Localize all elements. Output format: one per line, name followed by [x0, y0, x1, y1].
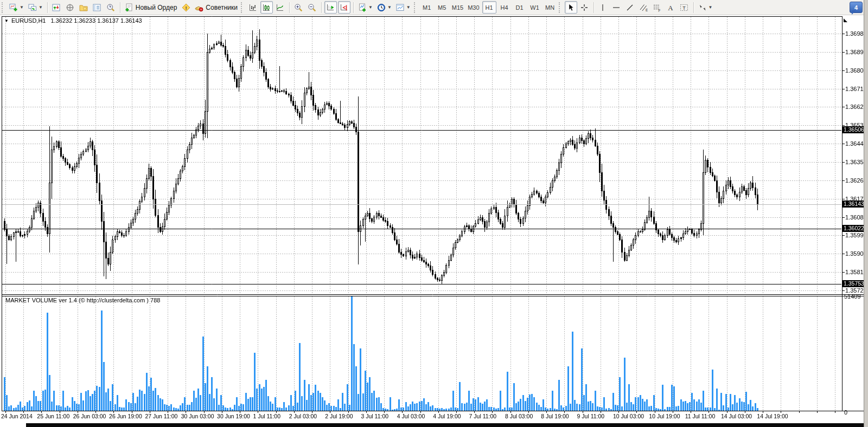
time-tick-label: 4 Jul 19:00 — [433, 413, 461, 419]
tester-icon — [106, 3, 115, 12]
toolbar-button-text-label[interactable]: T — [678, 1, 691, 14]
toolbar-button-text[interactable]: A — [665, 1, 677, 14]
toolbar-button-tf-m1[interactable]: M1 — [420, 1, 434, 14]
toolbar-button-metaeditor-alert[interactable]: ! — [180, 1, 192, 14]
toolbar-button-zoom-out[interactable] — [306, 1, 318, 14]
chart-menu-arrow-icon: ▼ — [4, 18, 9, 23]
dropdown-arrow-icon[interactable]: ▼ — [20, 5, 24, 10]
dropdown-arrow-icon[interactable]: ▼ — [39, 5, 43, 10]
new-order-icon — [125, 3, 133, 12]
toolbar-button-tf-mn[interactable]: MN — [543, 1, 557, 14]
toolbar-button-data-window[interactable] — [64, 1, 76, 14]
chart-plus-icon — [9, 3, 18, 12]
time-tick-label: 30 Jun 03:00 — [181, 413, 214, 419]
toolbar-button-candlestick-chart[interactable] — [260, 1, 273, 14]
toolbar-button-line-chart[interactable] — [274, 1, 286, 14]
dropdown-arrow-icon[interactable]: ▼ — [406, 5, 411, 10]
clock-icon — [377, 3, 386, 12]
toolbar-button-auto-scroll[interactable] — [324, 1, 337, 14]
toolbar-button-terminal[interactable] — [91, 1, 104, 14]
chart-canvas[interactable] — [0, 15, 868, 427]
time-tick-label: 30 Jun 19:00 — [217, 413, 250, 419]
chart-ohlc-values: 1.36232 1.36233 1.36137 1.36143 — [51, 17, 142, 24]
toolbar-button-market-watch[interactable] — [50, 1, 63, 14]
toolbar-button-navigator[interactable] — [78, 1, 90, 14]
toolbar-button-tf-m15[interactable]: M15 — [450, 1, 465, 14]
window-bottom-edge — [26, 423, 868, 427]
toolbar-button-bar-chart[interactable] — [247, 1, 259, 14]
time-tick-label: 8 Jul 03:00 — [505, 413, 533, 419]
dropdown-arrow-icon[interactable]: ▼ — [368, 5, 373, 10]
toolbar-button-vertical-line[interactable] — [597, 1, 609, 14]
toolbar-button-templates[interactable]: ▼ — [394, 1, 412, 14]
toolbar-button-cursor[interactable] — [565, 1, 577, 14]
textlabel-icon: T — [680, 3, 688, 12]
toolbar-button-equidistant-channel[interactable]: E — [637, 1, 650, 14]
toolbar-button-strategy-tester[interactable] — [105, 1, 117, 14]
text-icon: A — [666, 3, 675, 12]
toolbar-button-tf-h1[interactable]: H1 — [482, 1, 496, 14]
toolbar-button-indicators-list[interactable]: ▼ — [356, 1, 374, 14]
toolbar-button-expert-advisors[interactable]: Советники — [193, 1, 239, 14]
toolbar-button-label: M15 — [452, 4, 463, 11]
svg-text:E: E — [646, 8, 648, 11]
toolbar-grip — [414, 2, 417, 13]
time-tick-label: 14 Jul 03:00 — [721, 413, 752, 419]
zoom-out-icon — [308, 3, 316, 12]
time-tick-label: 27 Jun 11:00 — [145, 413, 177, 419]
toolbar-button-zoom-in[interactable] — [292, 1, 305, 14]
time-tick-label: 2 Jul 19:00 — [325, 413, 353, 419]
toolbar-button-label: W1 — [530, 4, 539, 11]
toolbar-button-profiles[interactable]: ▼ — [27, 1, 44, 14]
volume-scale-min: 0 — [844, 409, 847, 416]
toolbar-button-tf-h4[interactable]: H4 — [497, 1, 512, 14]
dropdown-arrow-icon[interactable]: ▼ — [387, 5, 392, 10]
toolbar-button-label: M30 — [468, 4, 479, 11]
toolbar-button-tf-d1[interactable]: D1 — [513, 1, 527, 14]
svg-text:A: A — [668, 3, 673, 11]
template-icon — [396, 3, 405, 12]
channel-icon: E — [639, 3, 648, 12]
arrows-tool-icon — [698, 3, 707, 12]
dropdown-arrow-icon[interactable]: ▼ — [709, 5, 713, 10]
time-tick-label: 7 Jul 11:00 — [469, 413, 497, 419]
toolbar: ▼▼Новый Ордер!Советники▼▼▼M1M5M15M30H1H4… — [0, 0, 868, 15]
toolbar-button-tf-m5[interactable]: M5 — [435, 1, 449, 14]
time-tick-label: 11 Jul 11:00 — [685, 413, 716, 419]
svg-text:!: ! — [185, 5, 187, 10]
toolbar-button-label: Советники — [206, 4, 238, 11]
crosshair-icon — [580, 3, 589, 12]
price-line-label: 1.36143 — [842, 200, 866, 208]
zoom-in-icon — [294, 3, 303, 12]
toolbar-button-crosshair[interactable] — [578, 1, 591, 14]
toolbar-button-label: H4 — [501, 4, 508, 11]
toolbar-button-trendline[interactable] — [624, 1, 636, 14]
candles-icon — [262, 3, 271, 12]
linechart-icon — [276, 3, 284, 12]
svg-text:F: F — [659, 8, 661, 12]
toolbar-grip — [559, 2, 562, 13]
price-line-label: 1.36022 — [842, 225, 866, 232]
fibo-icon: F — [653, 3, 661, 12]
toolbar-button-tf-m30[interactable]: M30 — [466, 1, 481, 14]
navigator-icon — [79, 3, 88, 12]
svg-text:T: T — [682, 5, 686, 10]
toolbar-button-chart-shift[interactable] — [338, 1, 350, 14]
time-tick-label: 10 Jul 03:00 — [613, 413, 644, 419]
toolbar-button-new-order[interactable]: Новый Ордер — [123, 1, 178, 14]
indicator-title: MARKET VOLUME ver 1.4 (© http://clusterd… — [5, 297, 160, 303]
toolbar-button-label: M5 — [438, 4, 446, 11]
time-tick-label: 24 Jun 2014 — [1, 413, 33, 419]
toolbar-button-arrows[interactable]: ▼ — [697, 1, 714, 14]
toolbar-button-label: MN — [545, 4, 554, 11]
time-tick-label: 4 Jul 03:00 — [397, 413, 425, 419]
toolbar-button-horizontal-line[interactable] — [610, 1, 623, 14]
toolbar-button-tf-w1[interactable]: W1 — [528, 1, 542, 14]
autoscroll-icon — [326, 3, 335, 12]
chat-notification-badge[interactable]: 4 — [850, 2, 863, 13]
toolbar-button-label: M1 — [423, 4, 431, 11]
toolbar-button-new-chart[interactable]: ▼ — [8, 1, 25, 14]
toolbar-button-fibonacci[interactable]: F — [651, 1, 663, 14]
data-window-icon — [66, 3, 74, 12]
toolbar-button-periods[interactable]: ▼ — [375, 1, 393, 14]
